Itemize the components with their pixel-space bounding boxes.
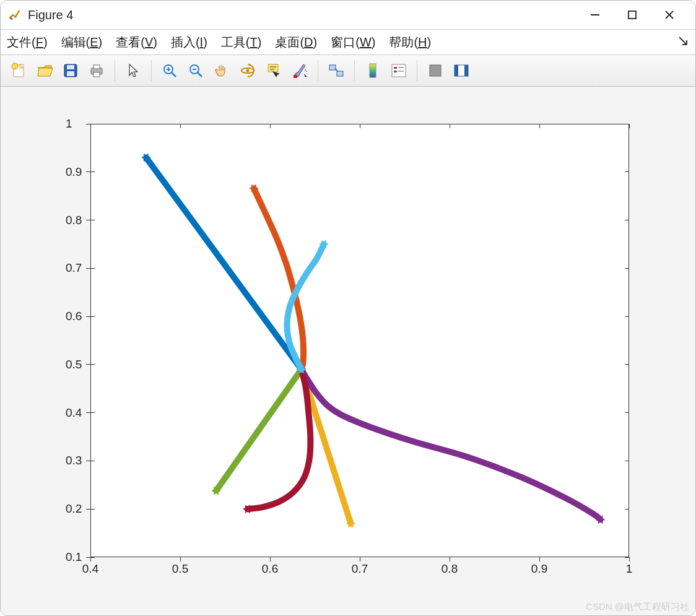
menu-help[interactable]: 帮助(H) (386, 33, 433, 52)
plot-canvas[interactable]: CSDN @电气工程研习社 0.40.50.60.70.80.910.10.20… (1, 87, 695, 615)
menu-desktop[interactable]: 桌面(D) (272, 33, 320, 52)
svg-rect-10 (94, 65, 100, 69)
toolbar (1, 55, 695, 87)
svg-rect-8 (67, 71, 74, 76)
close-button[interactable] (651, 1, 688, 29)
series-s4 (302, 370, 601, 520)
menu-tools[interactable]: 工具(T) (219, 33, 264, 52)
menu-edit[interactable]: 编辑(E) (59, 33, 105, 52)
zoom-in-icon[interactable] (159, 60, 180, 81)
menu-view[interactable]: 查看(V) (113, 33, 160, 52)
new-figure-icon[interactable] (8, 60, 29, 81)
menu-window[interactable]: 窗口(W) (328, 33, 378, 52)
series-s5 (216, 370, 302, 491)
pointer-icon[interactable] (123, 60, 144, 81)
svg-rect-36 (455, 65, 458, 76)
svg-rect-28 (370, 64, 376, 77)
brush-icon[interactable] (289, 60, 310, 81)
link-axes-icon[interactable] (326, 60, 347, 81)
menu-insert[interactable]: 插入(I) (168, 33, 210, 52)
chart-lines (1, 87, 654, 594)
svg-rect-21 (268, 64, 278, 72)
open-icon[interactable] (34, 60, 55, 81)
figure-window: Figure 4 文件(F) 编辑(E) 查看(V) 插入(I) 工具(T) 桌… (0, 0, 696, 616)
series-s1 (146, 157, 302, 369)
series-s6 (248, 370, 311, 510)
svg-rect-27 (337, 71, 343, 76)
data-cursor-icon[interactable] (263, 60, 284, 81)
titlebar: Figure 4 (1, 1, 695, 30)
watermark: CSDN @电气工程研习社 (586, 601, 689, 613)
menu-file[interactable]: 文件(F) (4, 33, 50, 52)
svg-line-17 (198, 72, 202, 77)
svg-rect-26 (329, 65, 336, 70)
svg-rect-24 (294, 75, 297, 78)
hide-plot-tools-icon[interactable] (425, 60, 446, 81)
svg-point-20 (246, 69, 250, 72)
print-icon[interactable] (86, 60, 107, 81)
svg-rect-34 (430, 65, 441, 76)
zoom-out-icon[interactable] (185, 60, 206, 81)
maximize-button[interactable] (614, 1, 651, 29)
dock-icon[interactable] (678, 36, 689, 50)
svg-rect-7 (67, 65, 74, 69)
svg-rect-31 (394, 71, 397, 72)
svg-point-5 (12, 63, 18, 69)
svg-rect-30 (394, 67, 397, 69)
svg-rect-1 (629, 11, 636, 19)
window-title: Figure 4 (28, 8, 73, 22)
matlab-icon (8, 8, 22, 22)
save-icon[interactable] (60, 60, 81, 81)
menubar: 文件(F) 编辑(E) 查看(V) 插入(I) 工具(T) 桌面(D) 窗口(W… (1, 30, 695, 55)
svg-line-13 (172, 72, 176, 77)
legend-icon[interactable] (388, 60, 409, 81)
svg-rect-37 (464, 65, 468, 76)
show-plot-tools-icon[interactable] (451, 60, 472, 81)
rotate3d-icon[interactable] (237, 60, 258, 81)
minimize-button[interactable] (576, 1, 614, 29)
svg-rect-11 (94, 72, 100, 77)
colorbar-icon[interactable] (362, 60, 383, 81)
pan-icon[interactable] (211, 60, 232, 81)
